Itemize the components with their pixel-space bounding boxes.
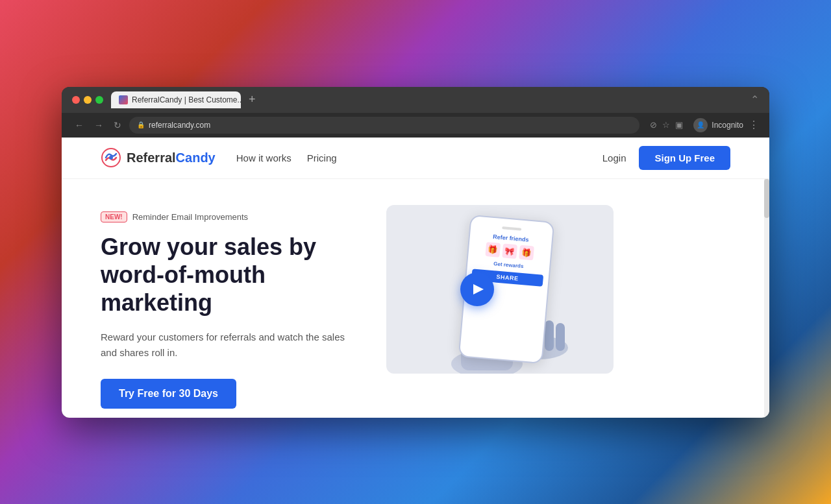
- logo-text: ReferralCandy: [127, 150, 216, 165]
- phone-icons-row: 🎁 🎀 🎁: [473, 241, 545, 261]
- gift-icon-1: 🎁: [485, 242, 501, 258]
- svg-rect-8: [556, 323, 565, 351]
- lock-icon: 🔒: [137, 121, 145, 128]
- signup-button[interactable]: Sign Up Free: [639, 146, 730, 170]
- logo[interactable]: ReferralCandy: [101, 147, 216, 168]
- refresh-button[interactable]: ↻: [111, 119, 124, 132]
- video-container[interactable]: Refer friends 🎁 🎀 🎁 Get rewards SHARE: [386, 205, 614, 374]
- play-icon: [473, 284, 484, 294]
- nav-how-it-works[interactable]: How it works: [236, 152, 291, 163]
- hero-left: NEW! Reminder Email Improvements Grow yo…: [101, 205, 347, 418]
- tab-bar: ReferralCandy | Best Custome... ✕ +: [111, 91, 743, 108]
- gift-icon-3: 🎁: [519, 245, 534, 260]
- url-text: referralcandy.com: [149, 121, 210, 130]
- browser-controls: ← → ↻ 🔒 referralcandy.com ⊘ ☆ ▣ 👤 Incogn…: [62, 113, 769, 138]
- menu-icon[interactable]: ⋮: [749, 119, 759, 131]
- scrollbar-track[interactable]: [764, 179, 769, 418]
- nav-left: ReferralCandy How it works Pricing: [101, 147, 337, 168]
- tab-icon[interactable]: ▣: [675, 120, 683, 130]
- browser-actions: ⊘ ☆ ▣: [650, 120, 683, 130]
- hero-right: Refer friends 🎁 🎀 🎁 Get rewards SHARE: [386, 205, 614, 374]
- nav-buttons: ← → ↻: [72, 119, 124, 132]
- camera-icon[interactable]: ⊘: [650, 120, 657, 130]
- browser-window: ReferralCandy | Best Custome... ✕ + ⌃ ← …: [62, 87, 769, 418]
- minimize-button[interactable]: [84, 96, 92, 104]
- browser-titlebar: ReferralCandy | Best Custome... ✕ + ⌃: [62, 87, 769, 113]
- hero-subtitle: Reward your customers for referrals and …: [101, 330, 347, 361]
- gift-icon-2: 🎀: [502, 243, 517, 259]
- site-nav: ReferralCandy How it works Pricing Login…: [62, 138, 769, 179]
- desktop: ReferralCandy | Best Custome... ✕ + ⌃ ← …: [0, 0, 831, 504]
- maximize-button[interactable]: [95, 96, 103, 104]
- phone-rewards-text: Get rewards: [473, 259, 544, 271]
- traffic-lights: [72, 96, 103, 104]
- nav-right: Login Sign Up Free: [602, 146, 730, 170]
- logo-icon: [101, 147, 121, 168]
- active-tab[interactable]: ReferralCandy | Best Custome... ✕: [111, 91, 241, 108]
- badge-description: Reminder Email Improvements: [132, 212, 248, 222]
- forward-button[interactable]: →: [92, 119, 106, 132]
- new-badge: NEW!: [101, 211, 127, 222]
- hero-title: Grow your sales by word-of-mouth marketi…: [101, 233, 347, 317]
- tab-title: ReferralCandy | Best Custome...: [132, 95, 241, 104]
- new-tab-button[interactable]: +: [243, 93, 261, 106]
- incognito-area: 👤 Incognito: [693, 118, 743, 132]
- address-bar[interactable]: 🔒 referralcandy.com: [129, 117, 639, 134]
- nav-links: How it works Pricing: [236, 152, 337, 163]
- phone-illustration: Refer friends 🎁 🎀 🎁 Get rewards SHARE: [386, 205, 614, 374]
- expand-icon[interactable]: ⌃: [750, 93, 759, 106]
- login-button[interactable]: Login: [602, 152, 626, 163]
- browser-content: ReferralCandy How it works Pricing Login…: [62, 138, 769, 418]
- close-button[interactable]: [72, 96, 80, 104]
- cta-button[interactable]: Try Free for 30 Days: [101, 379, 236, 409]
- scrollbar-thumb[interactable]: [764, 179, 769, 218]
- incognito-label: Incognito: [712, 121, 743, 130]
- hero-section: NEW! Reminder Email Improvements Grow yo…: [62, 179, 769, 418]
- svg-rect-7: [545, 320, 554, 351]
- svg-point-1: [109, 156, 113, 160]
- nav-pricing[interactable]: Pricing: [307, 152, 337, 163]
- bookmark-star-icon[interactable]: ☆: [662, 120, 670, 130]
- play-button[interactable]: [460, 272, 494, 306]
- avatar: 👤: [693, 118, 708, 132]
- badge-row: NEW! Reminder Email Improvements: [101, 211, 347, 222]
- tab-favicon: [119, 95, 128, 104]
- back-button[interactable]: ←: [72, 119, 86, 132]
